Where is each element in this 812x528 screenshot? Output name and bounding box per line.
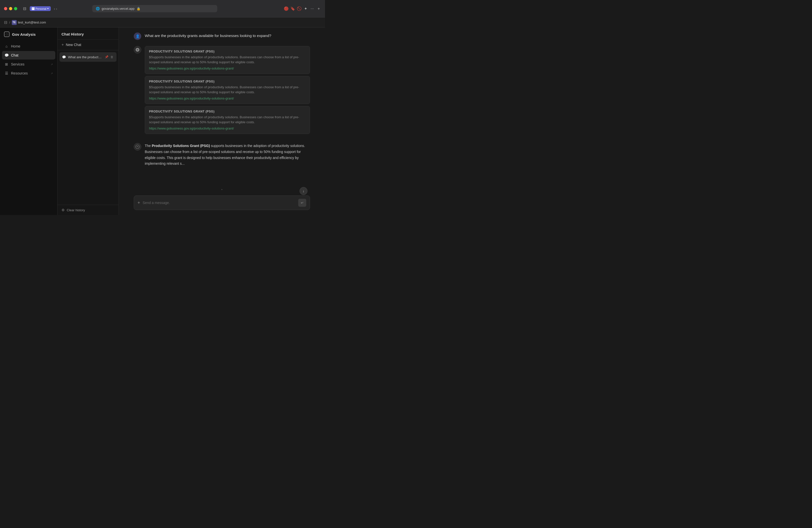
traffic-lights: [4, 7, 17, 10]
pin-icon[interactable]: 📌: [104, 55, 109, 59]
tab-bar: ⊟ / TE test_kurt@test.com: [0, 17, 325, 28]
ai-response-bold: Productivity Solutions Grant (PSG): [152, 144, 210, 148]
breadcrumb-sep: /: [9, 20, 10, 24]
chat-list: 💬 What are the productivity ... 📌 🗑: [58, 50, 118, 205]
list-item[interactable]: 💬 What are the productivity ... 📌 🗑: [59, 52, 116, 62]
app-icon: □: [4, 31, 10, 37]
plus-icon: +: [61, 43, 64, 47]
source-card-desc-2: $Supports businesses in the adoption of …: [149, 85, 306, 94]
site-icon: 🌐: [96, 7, 100, 11]
profile-badge[interactable]: 🅿 Personal ▾: [30, 6, 51, 11]
chat-input[interactable]: [143, 201, 296, 205]
ai-avatar: [134, 46, 141, 54]
sidebar-item-services-label: Services: [11, 62, 25, 66]
maximize-button[interactable]: [14, 7, 17, 10]
address-bar[interactable]: 🌐 govanalysis.vercel.app 🔒: [92, 5, 217, 12]
source-card-2: PRODUCTIVITY SOLUTIONS GRANT (PSG) $Supp…: [145, 76, 310, 104]
ai-message-sources: PRODUCTIVITY SOLUTIONS GRANT (PSG) $Supp…: [134, 46, 310, 137]
services-icon: ⊞: [4, 62, 9, 66]
sidebar-item-chat[interactable]: 💬 Chat: [2, 51, 55, 59]
user-email: test_kurt@test.com: [18, 20, 46, 24]
sidebar-item-resources-label: Resources: [11, 71, 28, 75]
sidebar-toggle-icon[interactable]: ⊟: [22, 6, 27, 11]
chevron-down-icon: ▾: [47, 7, 49, 10]
forward-arrow-icon[interactable]: ›: [56, 7, 57, 11]
settings-icon: ⚙: [61, 208, 65, 212]
ai-response-content: The Productivity Solutions Grant (PSG) s…: [145, 143, 310, 167]
delete-icon[interactable]: 🗑: [110, 55, 114, 59]
profile-icon: 🅿: [32, 7, 34, 10]
source-card-title-1: PRODUCTIVITY SOLUTIONS GRANT (PSG): [149, 50, 306, 53]
sidebar-toggle-button[interactable]: ⊟: [4, 20, 7, 25]
sidebar-header: □ Gov Analysis: [0, 31, 57, 42]
chat-item-icon: 💬: [62, 55, 66, 59]
breadcrumb-user: TE test_kurt@test.com: [12, 20, 46, 25]
external-link-icon: ↗: [51, 63, 53, 66]
app-name: Gov Analysis: [12, 32, 35, 36]
source-cards: PRODUCTIVITY SOLUTIONS GRANT (PSG) $Supp…: [145, 46, 310, 134]
chat-input-box: + ↵: [134, 195, 310, 210]
user-message: 👤 What are the productivity grants avail…: [134, 32, 310, 40]
back-arrow-icon[interactable]: ‹: [54, 7, 55, 11]
scroll-down-button[interactable]: ↓: [300, 187, 307, 195]
sidebar-item-chat-label: Chat: [11, 53, 18, 57]
user-avatar-icon: 👤: [134, 32, 141, 40]
source-card-title-2: PRODUCTIVITY SOLUTIONS GRANT (PSG): [149, 80, 306, 83]
minimize-button[interactable]: [9, 7, 12, 10]
browser-chrome: ⊟ 🅿 Personal ▾ ‹ › 🌐 govanalysis.vercel.…: [0, 0, 325, 17]
new-chat-button[interactable]: + New Chat: [58, 40, 118, 50]
more-icon[interactable]: ···: [310, 6, 315, 11]
bookmark-icon[interactable]: 🔖: [290, 6, 295, 11]
source-card-title-3: PRODUCTIVITY SOLUTIONS GRANT (PSG): [149, 110, 306, 113]
ai-message-content-sources: PRODUCTIVITY SOLUTIONS GRANT (PSG) $Supp…: [145, 46, 310, 137]
send-button[interactable]: ↵: [298, 199, 306, 207]
svg-point-0: [136, 145, 140, 149]
source-card-link-3[interactable]: https://www.gobusiness.gov.sg/productivi…: [149, 127, 306, 130]
user-avatar: TE: [12, 20, 17, 25]
browser-toolbar-icons: ⊟: [22, 6, 27, 11]
chat-item-actions: 📌 🗑: [104, 55, 114, 59]
external-link-icon-2: ↗: [51, 72, 53, 75]
sidebar-item-resources[interactable]: ☰ Resources ↗: [2, 69, 55, 77]
stop-icon[interactable]: 🚫: [297, 6, 302, 11]
gemini-icon[interactable]: ✦: [304, 6, 308, 11]
sidebar-item-home[interactable]: ⌂ Home: [2, 42, 55, 50]
home-icon: ⌂: [4, 44, 9, 48]
new-chat-label: New Chat: [66, 43, 81, 47]
clear-history-label: Clear history: [67, 208, 85, 212]
source-card-desc-1: $Supports businesses in the adoption of …: [149, 55, 306, 64]
lock-icon: 🔒: [136, 7, 141, 11]
chat-item-text: What are the productivity ...: [68, 55, 102, 59]
browser-right-icons: 🔴 🔖 🚫 ✦ ··· +: [284, 6, 321, 11]
source-card-desc-3: $Supports businesses in the adoption of …: [149, 115, 306, 124]
chat-icon: 💬: [4, 53, 9, 57]
chat-input-area: + ↵: [119, 192, 325, 215]
source-card-link-1[interactable]: https://www.gobusiness.gov.sg/productivi…: [149, 67, 306, 70]
breadcrumb: / TE test_kurt@test.com: [9, 20, 46, 25]
chat-history-panel: Chat History + New Chat 💬 What are the p…: [58, 28, 119, 215]
sidebar-item-services[interactable]: ⊞ Services ↗: [2, 60, 55, 69]
source-card-link-2[interactable]: https://www.gobusiness.gov.sg/productivi…: [149, 97, 306, 100]
ai-avatar-2: [134, 143, 141, 150]
ai-response-prefix: The: [145, 144, 152, 148]
clear-history-button[interactable]: ⚙ Clear history: [58, 205, 118, 215]
sidebar-nav: ⌂ Home 💬 Chat ⊞ Services ↗ ☰ Resources ↗: [0, 42, 57, 77]
resources-icon: ☰: [4, 71, 9, 75]
source-card-3: PRODUCTIVITY SOLUTIONS GRANT (PSG) $Supp…: [145, 106, 310, 134]
scroll-indicator: •: [119, 188, 325, 192]
extensions-icon[interactable]: 🔴: [284, 6, 289, 11]
url-text: govanalysis.vercel.app: [102, 7, 135, 11]
chat-main: 👤 What are the productivity grants avail…: [119, 28, 325, 215]
chat-history-header: Chat History: [58, 28, 118, 40]
new-tab-icon[interactable]: +: [317, 6, 321, 11]
close-button[interactable]: [4, 7, 7, 10]
ai-message-text: The Productivity Solutions Grant (PSG) s…: [134, 143, 310, 167]
source-card-1: PRODUCTIVITY SOLUTIONS GRANT (PSG) $Supp…: [145, 46, 310, 74]
user-message-text: What are the productivity grants availab…: [145, 32, 271, 38]
browser-nav-arrows: ‹ ›: [54, 7, 57, 11]
ai-response-text: The Productivity Solutions Grant (PSG) s…: [145, 143, 310, 167]
profile-label: Personal: [35, 7, 46, 10]
sidebar-item-home-label: Home: [11, 44, 20, 48]
app-container: □ Gov Analysis ⌂ Home 💬 Chat ⊞ Services …: [0, 28, 325, 215]
add-attachment-icon[interactable]: +: [137, 200, 140, 205]
